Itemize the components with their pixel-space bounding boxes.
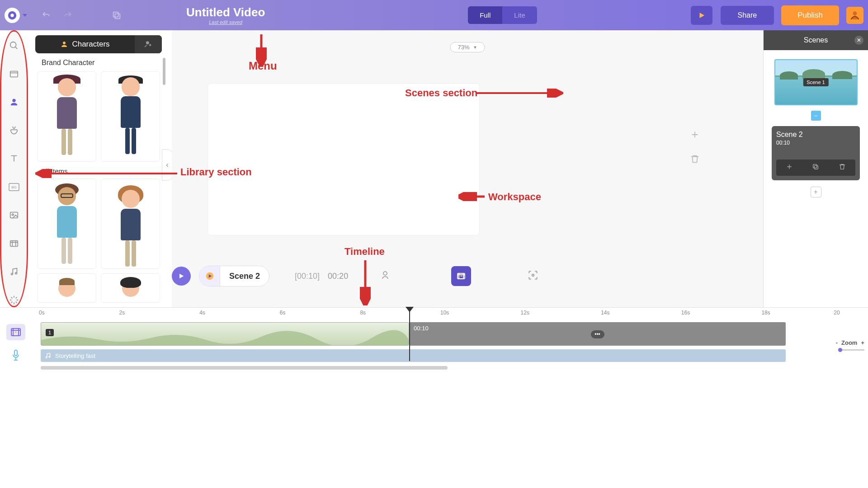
scene-1-segment[interactable]: 1 (41, 322, 409, 346)
audio-track-toggle[interactable] (6, 347, 25, 364)
focus-icon[interactable] (527, 269, 539, 283)
zoom-slider[interactable] (838, 349, 864, 351)
redo-button[interactable] (57, 5, 79, 26)
camera-settings-icon[interactable] (380, 270, 391, 282)
character-card[interactable] (37, 71, 96, 162)
brand-character-heading: Brand Character (42, 59, 162, 67)
zoom-label: Zoom (841, 339, 857, 346)
svg-point-4 (853, 11, 857, 15)
scene-add-button[interactable] (786, 163, 793, 172)
elapsed-time: [00:10] (295, 272, 320, 281)
canvas[interactable] (208, 84, 479, 235)
scene-2-duration: 00:10 (776, 140, 855, 146)
characters-icon[interactable] (8, 96, 20, 108)
scene-indicator: Scene 2 (199, 266, 269, 286)
props-icon[interactable] (8, 125, 20, 137)
svg-text:BG: BG (11, 185, 17, 189)
collapse-library-button[interactable]: ‹ (162, 149, 173, 181)
scene-duplicate-button[interactable] (812, 163, 819, 172)
svg-point-14 (11, 273, 13, 275)
svg-point-27 (49, 356, 50, 357)
timeline-scrollbar[interactable] (41, 366, 448, 370)
svg-point-5 (10, 42, 16, 48)
share-button[interactable]: Share (721, 6, 774, 25)
svg-rect-25 (14, 350, 17, 356)
scene-1-thumbnail[interactable]: Scene 1 (774, 59, 858, 105)
video-track-icon[interactable] (451, 266, 471, 286)
character-card[interactable] (37, 273, 96, 303)
svg-point-26 (46, 357, 47, 358)
video-icon[interactable] (8, 238, 20, 250)
svg-rect-2 (115, 14, 120, 19)
mode-full-button[interactable]: Full (468, 6, 502, 24)
svg-rect-7 (10, 71, 18, 77)
scene-1-badge: Scene 1 (803, 78, 828, 86)
title-block[interactable]: Untitled Video Last edit saved (186, 5, 265, 25)
svg-point-17 (146, 41, 149, 44)
scene-delete-button[interactable] (839, 163, 846, 172)
undo-button[interactable] (35, 5, 57, 26)
character-card[interactable] (101, 273, 160, 303)
svg-point-19 (383, 272, 387, 275)
zoom-out-button[interactable]: - (836, 339, 838, 346)
mode-lite-button[interactable]: Lite (502, 6, 537, 24)
timeline: 0s2s4s6s8s10s12s14s16s18s20 1 00:10 ••• … (0, 307, 868, 371)
video-title[interactable]: Untitled Video (186, 5, 265, 19)
publish-button[interactable]: Publish (781, 5, 839, 25)
svg-rect-23 (813, 164, 817, 168)
segment-more-button[interactable]: ••• (591, 330, 604, 338)
effects-icon[interactable] (8, 294, 20, 306)
scene-2-card[interactable]: Scene 2 00:10 (772, 126, 860, 180)
play-scene-button[interactable] (199, 266, 220, 286)
library-panel: Characters Brand Character All Items (35, 35, 162, 306)
audio-clip-label: Storytelling fast (55, 352, 95, 359)
add-scene-button[interactable]: + (811, 187, 821, 197)
scenes-panel: Scenes ✕ Scene 1 − Scene 2 00:10 + (763, 30, 868, 307)
background-icon[interactable]: BG (8, 181, 20, 193)
close-scenes-button[interactable]: ✕ (854, 36, 863, 45)
svg-point-15 (15, 272, 17, 274)
zoom-in-button[interactable]: + (861, 339, 864, 346)
zoom-dropdown[interactable]: 73% ▼ (450, 42, 485, 52)
search-icon[interactable] (8, 40, 20, 52)
app-logo[interactable] (5, 8, 20, 23)
svg-point-12 (12, 214, 14, 216)
playhead[interactable] (409, 307, 410, 361)
segment-2-time: 00:10 (414, 325, 429, 332)
add-element-button[interactable] (690, 130, 700, 141)
timeline-tracks: 1 00:10 ••• Storytelling fast (41, 322, 842, 362)
character-card[interactable] (37, 178, 96, 269)
play-all-button[interactable] (172, 267, 191, 286)
characters-tab[interactable]: Characters (35, 35, 135, 53)
text-icon[interactable] (8, 153, 20, 165)
timeline-zoom-control: - Zoom + (836, 339, 864, 346)
copy-button[interactable] (106, 5, 127, 26)
video-track[interactable]: 1 00:10 ••• (41, 322, 842, 346)
character-card[interactable] (101, 71, 160, 162)
playback-controls: Scene 2 [00:10] 00:20 (172, 266, 545, 286)
scene-collapse-button[interactable]: − (811, 111, 821, 121)
svg-rect-3 (113, 12, 118, 17)
logo-menu-chevron-icon[interactable] (23, 14, 27, 17)
editor-mode-toggle: Full Lite (468, 6, 537, 24)
preview-play-button[interactable] (691, 6, 712, 25)
scene-templates-icon[interactable] (8, 68, 20, 80)
delete-element-button[interactable] (690, 154, 700, 166)
image-icon[interactable] (8, 209, 20, 221)
total-duration: 00:20 (328, 272, 348, 281)
svg-point-21 (532, 274, 534, 276)
top-menu-bar: Untitled Video Last edit saved Full Lite… (0, 0, 868, 30)
character-card[interactable] (101, 178, 160, 269)
audio-track[interactable]: Storytelling fast (41, 349, 786, 362)
scene-2-segment[interactable]: 00:10 ••• (409, 322, 786, 346)
video-track-toggle[interactable] (6, 324, 25, 340)
user-avatar[interactable] (846, 7, 863, 24)
characters-tab-label: Characters (72, 40, 109, 49)
tool-sidebar: BG (0, 30, 28, 307)
library-scrollbar[interactable] (163, 58, 165, 85)
svg-point-16 (63, 42, 66, 44)
add-character-button[interactable] (135, 35, 162, 53)
music-icon[interactable] (8, 266, 20, 278)
timeline-ruler[interactable]: 0s2s4s6s8s10s12s14s16s18s20 (39, 310, 842, 318)
library-tabs: Characters (35, 35, 162, 53)
